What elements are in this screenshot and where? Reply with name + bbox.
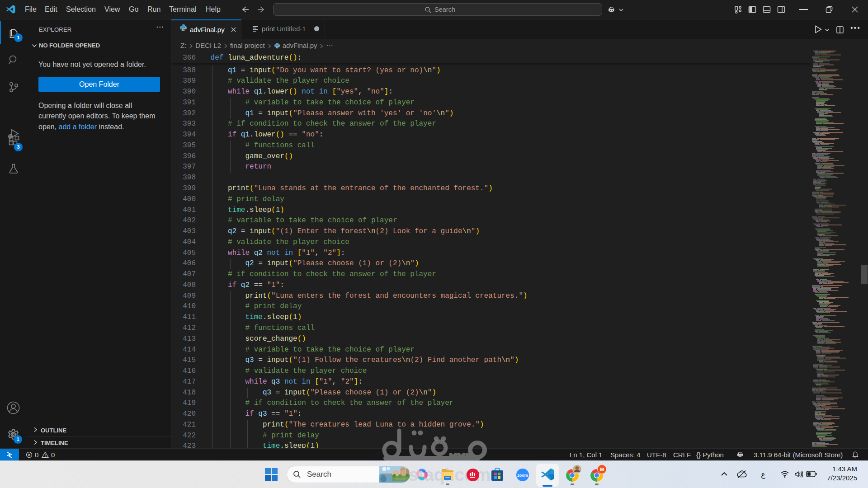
svg-text:zoom: zoom: [517, 473, 528, 478]
svg-text:M: M: [600, 467, 604, 472]
